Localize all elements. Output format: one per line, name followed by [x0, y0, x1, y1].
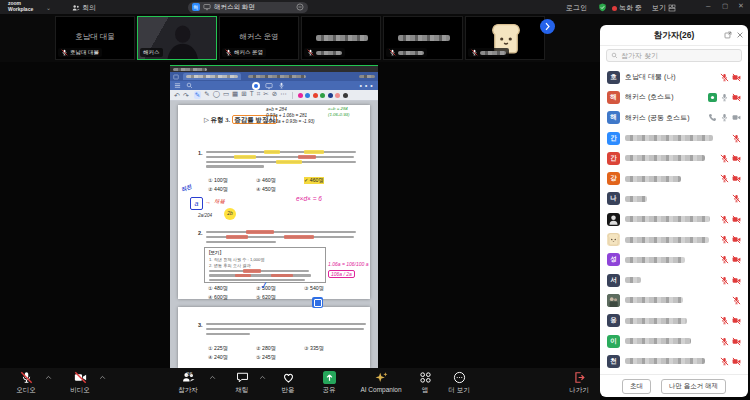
participant-row[interactable]: 간: [600, 148, 748, 168]
participant-row[interactable]: 이: [600, 331, 748, 351]
toolbar-apps[interactable]: 앱: [414, 371, 436, 395]
participant-row[interactable]: 해해커스 (호스트): [600, 87, 748, 107]
maximize-button[interactable]: ▢: [722, 2, 728, 10]
chevron-down-icon[interactable]: ⌄: [46, 4, 51, 11]
chevron-up-icon[interactable]: [209, 375, 216, 380]
next-videos-button[interactable]: [540, 19, 555, 34]
document-tab[interactable]: [245, 73, 309, 80]
toolbar-cam-off[interactable]: 비디오: [62, 371, 98, 395]
chevron-up-icon[interactable]: [259, 375, 266, 380]
present-screen-icon[interactable]: [265, 82, 273, 90]
toolbar-more[interactable]: 더 보기: [442, 371, 476, 395]
mic-tool-icon[interactable]: [278, 82, 285, 89]
toolbar-sparkle[interactable]: AI Companion: [352, 371, 410, 393]
toolbar-share[interactable]: 공유: [314, 371, 344, 395]
toolbar-people[interactable]: 26참가자: [168, 371, 208, 395]
search-icon[interactable]: [186, 82, 193, 89]
undo-icon[interactable]: ↶: [174, 92, 180, 99]
option-choice[interactable]: ③ 460명: [256, 177, 276, 184]
document-page-2[interactable]: 3. ① 225명② 280명③ 335명④ 240명⑤ 245명: [178, 307, 370, 368]
color-swatch-6[interactable]: [343, 93, 348, 98]
option-choice[interactable]: ⑤ 620명: [256, 294, 276, 301]
video-tile-masked-4[interactable]: [383, 16, 463, 60]
video-tile-호남대 대물[interactable]: 호남대 대물호남대 대물: [55, 16, 135, 60]
annotation-tool-7[interactable]: ⌗: [257, 91, 261, 99]
annotation-tool-1[interactable]: ✎: [204, 91, 209, 99]
bogi-box: [보기] 1. 작년 전체 사원 수 : 1,000명 2. 변동 후의 조사 …: [204, 247, 326, 283]
option-choice[interactable]: ③ 335명: [304, 345, 324, 352]
annotation-tool-3[interactable]: ▭: [223, 91, 229, 99]
participant-search-input[interactable]: 참가자 찾기: [606, 49, 742, 62]
annotation-tool-10[interactable]: ⋯: [280, 91, 287, 99]
viewing-screen-pill[interactable]: 해 해커스의 화면: [188, 2, 308, 13]
unmute-button[interactable]: 나만 음소거 해제: [661, 379, 726, 394]
shared-screen: ⋯ ↶ ↷ ✎✎◯▭▦⊞T⌗✂⊘⋯ ▷ 유형 3. 증감률 방정식 a+b = …: [170, 65, 378, 369]
option-choice[interactable]: ③ 540명: [304, 285, 324, 292]
option-choice[interactable]: ① 100명: [208, 177, 228, 184]
participant-row[interactable]: 간: [600, 128, 748, 148]
popout-icon[interactable]: [724, 31, 732, 39]
view-label: 보기: [652, 3, 666, 13]
annotation-tool-4[interactable]: ▦: [232, 91, 238, 99]
color-swatch-0[interactable]: [298, 93, 303, 98]
annotation-tool-9[interactable]: ⊘: [272, 91, 277, 99]
invite-button[interactable]: 초대: [622, 379, 651, 394]
annotation-tool-6[interactable]: T: [250, 91, 254, 99]
mic-off-icon: [732, 134, 741, 143]
participant-row[interactable]: 강: [600, 168, 748, 188]
login-button[interactable]: 로그인: [566, 3, 587, 13]
toolbar-heart[interactable]: 반응: [272, 371, 304, 395]
color-swatch-5[interactable]: [335, 93, 340, 98]
option-choice[interactable]: ④ 450명: [256, 186, 276, 193]
hamburger-icon[interactable]: [174, 82, 181, 89]
chevron-up-icon[interactable]: [99, 375, 106, 380]
participant-row[interactable]: [600, 290, 748, 310]
toolbar-mic-off[interactable]: 오디오: [8, 371, 44, 395]
color-swatch-1[interactable]: [305, 93, 310, 98]
minimize-button[interactable]: –: [706, 1, 710, 10]
toolbar-leave[interactable]: 나가기: [562, 371, 596, 395]
zoom-workplace-logo[interactable]: zoom Workplace: [8, 1, 33, 12]
color-swatch-2[interactable]: [313, 93, 318, 98]
stop-view-icon[interactable]: [296, 3, 304, 11]
option-choice[interactable]: ④ 600명: [208, 294, 228, 301]
option-choice[interactable]: ② 440명: [208, 186, 228, 193]
participant-row[interactable]: 해해커스 (공동 호스트): [600, 108, 748, 128]
document-tab-active[interactable]: [183, 73, 241, 80]
participant-row[interactable]: 응: [600, 311, 748, 331]
option-choice[interactable]: ✓ 460명: [304, 177, 324, 184]
app-logo-icon[interactable]: [252, 82, 260, 90]
page-bookmark-icon[interactable]: [312, 297, 323, 308]
color-swatch-4[interactable]: [328, 93, 333, 98]
view-menu[interactable]: 보기: [652, 3, 676, 13]
option-choice[interactable]: ② 280명: [256, 345, 276, 352]
video-tile-해커스[interactable]: 해커스: [137, 16, 217, 60]
option-choice[interactable]: ⑤ 245명: [256, 354, 276, 361]
chevron-up-icon[interactable]: [45, 375, 52, 380]
annotation-tool-8[interactable]: ✂: [263, 91, 268, 99]
participant-row[interactable]: 호호남대 대물 (나): [600, 67, 748, 87]
video-tile-masked-5[interactable]: [465, 16, 545, 60]
participant-row[interactable]: [600, 209, 748, 229]
close-button[interactable]: ✕: [738, 2, 744, 10]
option-choice[interactable]: ① 225명: [208, 345, 228, 352]
annotation-tool-2[interactable]: ◯: [213, 91, 220, 99]
close-panel-icon[interactable]: [736, 31, 744, 39]
video-tile-masked-3[interactable]: [301, 16, 381, 60]
participant-status-icons: [708, 113, 741, 122]
toolbar-chat[interactable]: 채팅: [226, 371, 258, 395]
annotation-tool-0[interactable]: ✎: [194, 91, 201, 99]
participant-row[interactable]: 서: [600, 270, 748, 290]
participant-row[interactable]: 천: [600, 351, 748, 371]
annotation-tool-5[interactable]: ⊞: [241, 91, 246, 99]
redo-icon[interactable]: ↷: [183, 92, 189, 99]
video-tile-해커스 운영[interactable]: 해커스 운영해커스 운영: [219, 16, 299, 60]
color-swatch-3[interactable]: [320, 93, 325, 98]
option-choice[interactable]: ④ 240명: [208, 354, 228, 361]
participant-row[interactable]: 나: [600, 189, 748, 209]
meeting-menu[interactable]: 회의: [72, 3, 96, 13]
document-page-1[interactable]: ▷ 유형 3. 증감률 방정식 a+b = 2840.93a + 1.06b =…: [178, 105, 370, 299]
option-choice[interactable]: ① 480명: [208, 285, 228, 292]
participant-row[interactable]: [600, 229, 748, 249]
participant-row[interactable]: 성: [600, 250, 748, 270]
